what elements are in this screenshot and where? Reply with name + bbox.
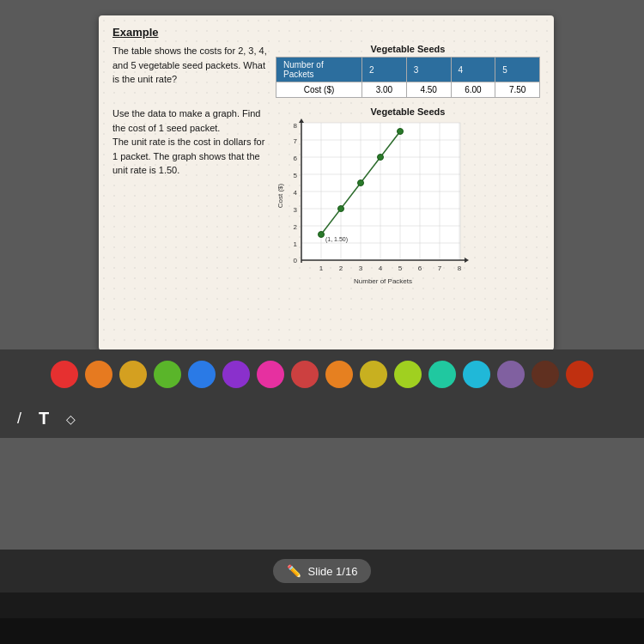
svg-text:7: 7 bbox=[294, 137, 298, 145]
color-brick[interactable] bbox=[566, 361, 593, 388]
svg-text:Number of Packets: Number of Packets bbox=[354, 277, 412, 285]
graph-wrapper: 0 1 2 3 4 5 6 7 8 1 2 3 4 bbox=[276, 118, 473, 290]
svg-point-41 bbox=[338, 206, 344, 212]
col-header-3: 3 bbox=[406, 58, 451, 82]
slide-area: Example The table shows the costs for 2,… bbox=[99, 15, 554, 350]
pencil-tool[interactable]: / bbox=[17, 410, 21, 428]
slide-content: Example The table shows the costs for 2,… bbox=[99, 15, 554, 301]
col-header-label: Number of Packets bbox=[276, 58, 362, 82]
svg-text:1: 1 bbox=[294, 240, 298, 248]
graph-left-text: Use the data to make a graph. Find the c… bbox=[112, 106, 267, 290]
svg-text:5: 5 bbox=[294, 172, 298, 179]
col-header-5: 5 bbox=[495, 58, 540, 82]
svg-text:2: 2 bbox=[339, 264, 343, 272]
color-cyan[interactable] bbox=[463, 361, 490, 388]
svg-text:7: 7 bbox=[438, 264, 442, 272]
use-data-text: Use the data to make a graph. Find the c… bbox=[112, 106, 267, 135]
bottom-very-dark bbox=[0, 618, 644, 644]
table-title: Vegetable Seeds bbox=[276, 44, 540, 54]
table-container: Vegetable Seeds Number of Packets 2 3 4 … bbox=[276, 44, 540, 98]
svg-text:(1, 1.50): (1, 1.50) bbox=[325, 236, 348, 243]
svg-text:0: 0 bbox=[294, 257, 298, 264]
svg-text:8: 8 bbox=[458, 264, 462, 272]
color-teal[interactable] bbox=[428, 361, 456, 388]
edit-icon: ✏️ bbox=[287, 564, 301, 578]
color-toolbar bbox=[0, 349, 644, 399]
svg-text:Cost ($): Cost ($) bbox=[276, 183, 284, 208]
color-orange2[interactable] bbox=[325, 361, 353, 388]
color-amber[interactable] bbox=[119, 361, 147, 388]
svg-text:4: 4 bbox=[294, 189, 298, 197]
color-violet[interactable] bbox=[497, 361, 525, 388]
svg-point-44 bbox=[398, 129, 404, 135]
graph-section: Use the data to make a graph. Find the c… bbox=[112, 106, 540, 290]
slide-indicator[interactable]: ✏️ Slide 1/16 bbox=[273, 559, 372, 583]
cost-2: 3.00 bbox=[362, 82, 407, 98]
cost-4: 6.00 bbox=[451, 82, 495, 98]
color-purple[interactable] bbox=[222, 361, 250, 388]
col-header-2: 2 bbox=[362, 58, 407, 82]
slide-counter: Slide 1/16 bbox=[308, 565, 358, 578]
graph-title: Vegetable Seeds bbox=[276, 106, 540, 117]
color-lime[interactable] bbox=[394, 361, 422, 388]
tools-toolbar: / T ◇ bbox=[0, 399, 644, 438]
svg-text:5: 5 bbox=[398, 264, 403, 272]
content-row: The table shows the costs for 2, 3, 4, a… bbox=[112, 44, 540, 98]
svg-text:3: 3 bbox=[359, 264, 363, 272]
svg-text:4: 4 bbox=[379, 264, 383, 272]
color-yellow[interactable] bbox=[360, 361, 387, 388]
svg-marker-19 bbox=[299, 118, 304, 123]
color-red[interactable] bbox=[51, 361, 78, 388]
cost-label: Cost ($) bbox=[276, 82, 362, 98]
svg-point-40 bbox=[319, 232, 325, 238]
cost-5: 7.50 bbox=[495, 82, 540, 98]
text-tool[interactable]: T bbox=[39, 409, 49, 428]
svg-text:6: 6 bbox=[294, 155, 298, 162]
table-data-row: Cost ($) 3.00 4.50 6.00 7.50 bbox=[276, 82, 540, 98]
svg-text:8: 8 bbox=[294, 122, 298, 130]
shape-tool[interactable]: ◇ bbox=[66, 412, 76, 426]
svg-text:3: 3 bbox=[294, 206, 298, 214]
color-green[interactable] bbox=[154, 361, 181, 388]
color-pink[interactable] bbox=[257, 361, 284, 388]
graph-right: Vegetable Seeds bbox=[276, 106, 540, 290]
svg-point-42 bbox=[358, 180, 364, 186]
table-header-row: Number of Packets 2 3 4 5 bbox=[276, 58, 540, 82]
svg-marker-18 bbox=[465, 258, 469, 263]
svg-point-43 bbox=[378, 155, 384, 161]
data-table: Number of Packets 2 3 4 5 Cost ($) 3.00 … bbox=[276, 57, 540, 98]
color-brown[interactable] bbox=[532, 361, 559, 388]
col-header-4: 4 bbox=[451, 58, 495, 82]
explanation-text: The unit rate is the cost in dollars for… bbox=[112, 135, 267, 178]
color-blue[interactable] bbox=[188, 361, 216, 388]
graph-svg: 0 1 2 3 4 5 6 7 8 1 2 3 4 bbox=[276, 118, 473, 290]
svg-text:2: 2 bbox=[294, 223, 298, 231]
example-title: Example bbox=[112, 26, 540, 39]
cost-3: 4.50 bbox=[406, 82, 451, 98]
status-bar: ✏️ Slide 1/16 bbox=[0, 550, 644, 592]
svg-text:6: 6 bbox=[418, 264, 422, 272]
color-red2[interactable] bbox=[291, 361, 319, 388]
intro-text: The table shows the costs for 2, 3, 4, a… bbox=[112, 44, 267, 98]
svg-text:1: 1 bbox=[319, 264, 324, 272]
color-orange[interactable] bbox=[85, 361, 112, 388]
